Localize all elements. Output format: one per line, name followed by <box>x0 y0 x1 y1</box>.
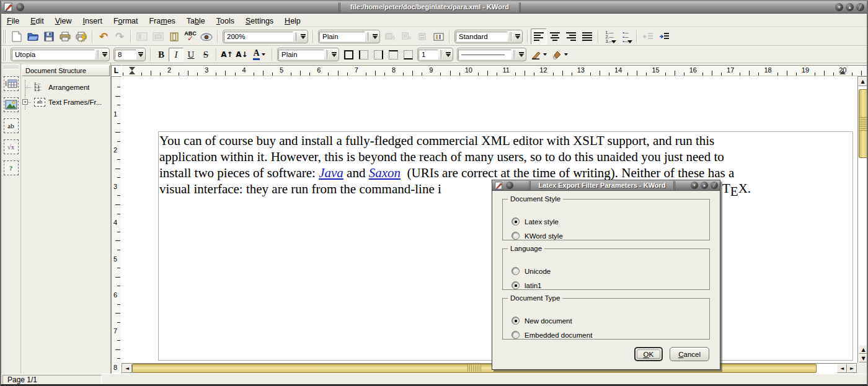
radio-latex-style[interactable] <box>512 217 520 226</box>
radio-option[interactable]: New document <box>509 314 703 328</box>
radio-kword-style[interactable] <box>512 232 520 240</box>
tab-stop-selector[interactable]: L <box>111 65 122 76</box>
radio-option[interactable]: KWord style <box>509 229 703 243</box>
style-tool-1-button[interactable] <box>382 29 398 45</box>
border-style-combobox[interactable]: Plain <box>277 48 339 61</box>
print-preview-button[interactable] <box>73 29 89 45</box>
radio-option[interactable]: latin1 <box>509 278 703 292</box>
radio-option[interactable]: Unicode <box>509 264 703 278</box>
radio-option[interactable]: Embedded document <box>509 328 703 342</box>
maximize-button[interactable]: ▴ <box>846 3 854 11</box>
border-outline-button[interactable] <box>341 48 356 62</box>
menu-file[interactable]: File <box>1 15 25 27</box>
minimize-button[interactable]: ▾ <box>835 3 843 11</box>
radio-option[interactable]: Latex style <box>509 214 703 229</box>
columns-button[interactable] <box>430 29 446 45</box>
background-color-button[interactable] <box>549 48 570 62</box>
document-structure-tree[interactable]: 1.—1.1–1.2–Arrangement+abText Frames/Fr.… <box>21 76 110 110</box>
increase-indent-button[interactable] <box>656 29 672 45</box>
scroll-down-button[interactable]: ▼ <box>859 354 868 362</box>
subscript-button[interactable]: A↓ <box>234 48 249 62</box>
cancel-button[interactable]: Cancel <box>670 347 709 361</box>
tree-item-1[interactable]: +abText Frames/Fr... <box>25 95 109 110</box>
window-menu-button[interactable]: - <box>16 3 24 11</box>
border-left-button[interactable] <box>356 48 371 62</box>
decrease-indent-button[interactable] <box>640 29 656 45</box>
italic-button[interactable]: I <box>169 48 184 62</box>
dialog-minimize-button[interactable]: ▾ <box>691 182 698 189</box>
menu-edit[interactable]: Edit <box>25 15 50 27</box>
scroll-left-button-right[interactable]: ◄ <box>837 364 847 373</box>
menu-view[interactable]: View <box>50 15 78 27</box>
border-bottom-button[interactable] <box>401 48 415 62</box>
vertical-scrollbar-thumb[interactable] <box>859 89 868 158</box>
numbered-list-button[interactable]: 1.—2.—3.— <box>601 29 618 45</box>
dialog-titlebar[interactable]: - Latex Export Filter Parameters - KWord… <box>492 180 720 191</box>
open-document-button[interactable] <box>25 29 41 45</box>
menu-settings[interactable]: Settings <box>240 15 279 27</box>
zoom-combobox[interactable]: 200% <box>223 30 308 43</box>
insert-table-button[interactable]: I <box>3 76 19 92</box>
menu-format[interactable]: Format <box>108 15 144 27</box>
new-document-button[interactable] <box>9 29 25 45</box>
spellcheck-button[interactable]: ABC ✓ <box>182 29 198 45</box>
style-tool-2-button[interactable] <box>398 29 414 45</box>
frame-tool-3-button[interactable] <box>166 29 182 45</box>
radio-unicode[interactable] <box>512 267 520 275</box>
frame-tool-2-button[interactable] <box>150 29 166 45</box>
style-combobox[interactable]: Standard <box>454 30 523 43</box>
tree-item-0[interactable]: 1.—1.1–1.2–Arrangement <box>25 80 109 95</box>
toolbar-handle[interactable] <box>2 48 7 61</box>
dialog-close-button[interactable]: ╱ <box>711 182 718 189</box>
insert-text-frame-button[interactable]: ab <box>3 118 19 134</box>
border-top-button[interactable] <box>386 48 401 62</box>
insert-picture-button[interactable] <box>3 97 19 113</box>
hyperlink[interactable]: Saxon <box>369 165 401 180</box>
scroll-left-button[interactable]: ◄ <box>122 364 132 373</box>
underline-button[interactable]: U <box>184 48 198 62</box>
horizontal-scrollbar[interactable]: ◄ ◄ ► <box>122 363 857 374</box>
insert-object-button[interactable]: ? <box>3 160 19 176</box>
horizontal-ruler[interactable]: L 234567891011121314151617181920 <box>111 65 868 76</box>
frame-tool-1-button[interactable] <box>134 29 150 45</box>
vertical-scrollbar[interactable]: ▲ ▲ ▼ <box>857 76 868 363</box>
border-color-button[interactable] <box>528 48 549 62</box>
align-right-button[interactable] <box>563 29 579 45</box>
tree-expander[interactable]: + <box>22 99 28 105</box>
superscript-button[interactable]: A↑ <box>219 48 234 62</box>
print-button[interactable] <box>57 29 73 45</box>
redo-button[interactable]: ↷ <box>112 29 128 45</box>
scroll-right-button[interactable]: ► <box>847 364 857 373</box>
radio-latin1[interactable] <box>512 281 520 289</box>
window-titlebar[interactable]: - file:/home/peter/doc/beginlatex/para.x… <box>1 1 867 14</box>
dialog-maximize-button[interactable]: ▴ <box>701 182 708 189</box>
document-canvas[interactable]: You can of course buy and install a full… <box>122 76 857 363</box>
strikethrough-button[interactable]: S <box>198 48 213 62</box>
scroll-up-button-bottom[interactable]: ▲ <box>859 345 868 354</box>
vertical-ruler[interactable]: 12345678 <box>111 76 122 374</box>
radio-embedded-document[interactable] <box>512 331 520 339</box>
font-size-combobox[interactable]: 8 <box>113 48 146 61</box>
toolbar-handle[interactable] <box>2 30 7 43</box>
menu-tools[interactable]: Tools <box>211 15 240 27</box>
align-center-button[interactable] <box>547 29 563 45</box>
hyperlink[interactable]: Java <box>319 165 343 180</box>
font-family-combobox[interactable]: Utopia <box>11 48 110 61</box>
undo-button[interactable]: ↶ <box>95 29 112 45</box>
toolbar-handle[interactable] <box>3 65 19 69</box>
scrollbar-track[interactable] <box>817 364 837 373</box>
close-button[interactable]: ╱ <box>856 3 864 11</box>
line-style-combobox[interactable] <box>457 48 526 61</box>
menu-frames[interactable]: Frames <box>143 15 180 27</box>
save-button[interactable] <box>41 29 57 45</box>
scroll-up-button[interactable]: ▲ <box>858 77 867 86</box>
dialog-menu-button[interactable]: - <box>506 182 513 189</box>
ok-button[interactable]: OK <box>634 347 663 361</box>
menu-table[interactable]: Table <box>181 15 211 27</box>
eye-button[interactable] <box>198 29 215 45</box>
font-color-button[interactable]: A <box>249 48 269 62</box>
menu-help[interactable]: Help <box>279 15 306 27</box>
insert-formula-button[interactable]: √x <box>3 139 19 155</box>
border-width-combobox[interactable]: 1 <box>417 48 453 61</box>
style-tool-3-button[interactable] <box>414 29 430 45</box>
